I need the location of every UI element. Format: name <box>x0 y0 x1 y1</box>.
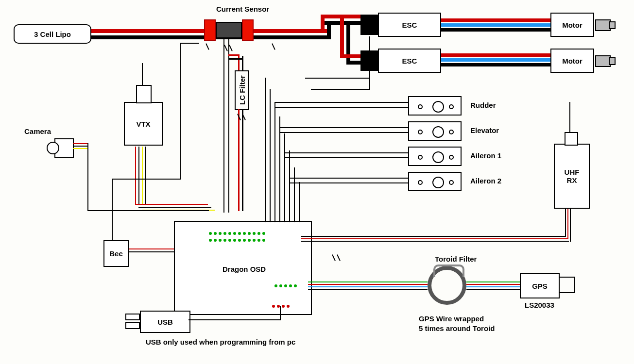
esc-1: ESC <box>378 13 441 37</box>
vtx-antenna-base <box>136 85 152 103</box>
vtx-box: VTX <box>124 102 163 146</box>
bec-in-v <box>112 180 113 240</box>
usb-box: USB <box>140 311 190 333</box>
osd-uhf-v3 <box>570 207 571 242</box>
servo-h-elev-b <box>279 132 408 133</box>
camera-label: Camera <box>24 127 51 135</box>
servo-h-ail2 <box>289 178 408 179</box>
vtx-antenna <box>142 63 143 85</box>
lc-in-bh <box>228 58 243 60</box>
cam-w-y <box>73 148 87 149</box>
toroid-note-1: GPS Wire wrapped <box>419 314 484 323</box>
servo-h-elev <box>279 127 408 128</box>
phase-c-1 <box>437 28 551 32</box>
motor-1-shaft-tip <box>609 21 616 29</box>
lipo-label: 3 Cell Lipo <box>34 30 71 38</box>
osd-pin-row-2 <box>209 235 296 239</box>
servo-h-ail1 <box>284 152 408 153</box>
servo-elevator <box>408 121 462 141</box>
esc1-sig-h <box>305 78 370 79</box>
servo-h-ail1-b <box>284 157 408 158</box>
osd-pin-row-1 <box>209 228 296 232</box>
servo-trunk-7 <box>294 167 295 222</box>
cam-w-h <box>87 210 209 211</box>
vtx-w2h <box>138 207 211 208</box>
bec-in-h2 <box>180 43 199 44</box>
power-rail-red-v2 <box>340 15 344 58</box>
servo-h-rud <box>274 102 408 103</box>
esc2-sig-v <box>369 70 370 90</box>
cam-w-v <box>87 143 88 211</box>
toroid-wrap-icon <box>433 265 464 277</box>
bec-box: Bec <box>103 240 129 267</box>
vtx-w1 <box>135 147 136 205</box>
servo-rudder <box>408 96 462 116</box>
tick-top-2 <box>272 43 275 50</box>
gps-w-r <box>308 284 428 285</box>
servo-h-rud-b <box>274 107 408 108</box>
motor-2: Motor <box>550 49 594 73</box>
gps-box: GPS <box>520 273 560 298</box>
servo-aileron-2 <box>408 172 462 191</box>
gps-w-k <box>308 289 428 290</box>
osd-uhf-v1 <box>565 207 566 237</box>
power-rail-red-v <box>321 15 325 33</box>
esc-2-label: ESC <box>402 57 417 65</box>
tick-csense-1 <box>224 45 228 51</box>
csense-sig-a <box>223 38 224 213</box>
tick-top-1 <box>206 43 209 50</box>
esc-1-label: ESC <box>402 21 417 29</box>
vtx-w2 <box>138 147 139 205</box>
esc2-sig-h <box>311 89 370 90</box>
camera-lens-icon <box>47 142 59 154</box>
osd-gps-header <box>274 281 308 284</box>
gps-w-g <box>308 281 428 282</box>
servo-trunk-2 <box>270 89 271 222</box>
bec-in-v2 <box>180 44 181 180</box>
phase-a-2 <box>437 53 551 57</box>
phase-b-2 <box>437 58 551 62</box>
usb-w-v <box>280 306 281 320</box>
servo-aileron2-label: Aileron 2 <box>470 177 501 185</box>
motor-2-label: Motor <box>562 57 583 65</box>
gps-w2-r <box>466 284 520 285</box>
esc-2: ESC <box>378 49 441 73</box>
servo-aileron-1 <box>408 147 462 166</box>
gps-antenna-icon <box>559 277 575 293</box>
usb-label: USB <box>157 318 173 326</box>
uhf-rx-box: UHF RX <box>554 144 590 209</box>
csense-sig-b <box>228 38 229 213</box>
motor-1-label: Motor <box>562 21 583 29</box>
phase-c-2 <box>437 63 551 66</box>
uhf-line2: RX <box>567 176 577 184</box>
vtx-w3 <box>142 147 143 205</box>
osd-usb-header <box>272 301 301 305</box>
lc-out-r <box>238 109 240 211</box>
vtx-label: VTX <box>136 120 150 128</box>
bec-label: Bec <box>109 249 123 258</box>
current-sensor-body <box>216 22 242 38</box>
servo-h-ail2-b <box>289 182 408 183</box>
lipo-box: 3 Cell Lipo <box>14 24 91 44</box>
esc-1-shroud <box>360 15 378 35</box>
tick-osd-2 <box>337 254 341 261</box>
vtx-w1h <box>135 204 208 205</box>
vtx-w4 <box>145 147 146 205</box>
lc-filter-box: LC Filter <box>235 70 249 110</box>
osd-uhf-b <box>301 241 569 242</box>
current-sensor-left <box>204 19 216 41</box>
gps-w2-g <box>466 281 520 282</box>
cam-w-b <box>73 146 87 147</box>
power-rail-black-v <box>327 21 331 39</box>
dragon-osd-label: Dragon OSD <box>223 265 266 273</box>
bec-in-h <box>112 179 180 180</box>
gps-w2-k <box>466 289 520 290</box>
phase-a-1 <box>437 18 551 22</box>
phase-b-1 <box>437 23 551 27</box>
tick-csense-2 <box>229 45 233 51</box>
usb-plug-bot-icon <box>125 322 140 329</box>
gps-label: GPS <box>532 282 548 290</box>
lc-in-rh <box>228 54 240 56</box>
usb-plug-top-icon <box>125 314 140 320</box>
osd-uhf-v2 <box>567 207 568 239</box>
